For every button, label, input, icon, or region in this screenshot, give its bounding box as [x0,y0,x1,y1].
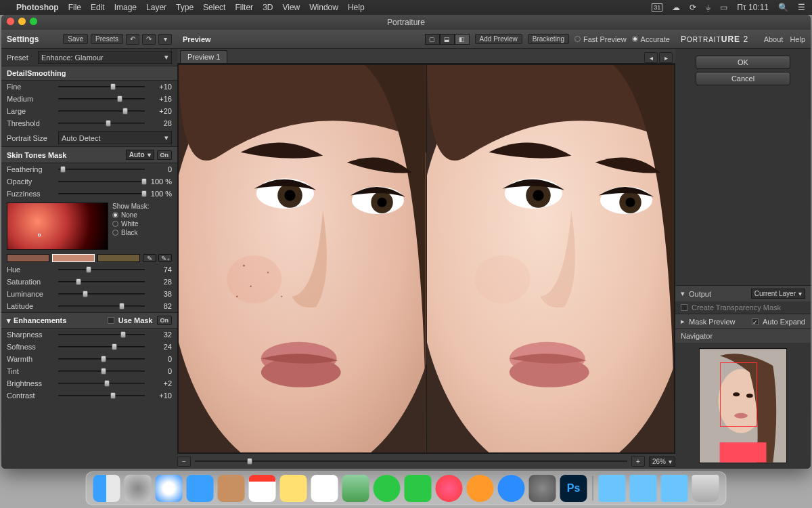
swatch-3[interactable] [97,254,140,262]
softness-slider[interactable] [58,343,145,351]
expand-mask-icon[interactable]: ▸ [681,317,685,326]
zoom-dropdown[interactable]: 26%▾ [649,457,675,467]
menu-app[interactable]: Photoshop [16,3,59,12]
transparency-checkbox[interactable] [681,304,687,311]
menu-filter[interactable]: Filter [235,3,253,12]
window-close-button[interactable] [7,18,14,25]
use-mask-checkbox[interactable] [108,317,114,324]
spotlight-icon[interactable]: 🔍 [778,3,788,12]
dock-preferences[interactable] [529,475,556,502]
view-single-icon[interactable]: ▢ [425,34,440,45]
collapse-output-icon[interactable]: ▾ [681,289,685,298]
auto-expand-checkbox[interactable] [752,318,759,325]
dock-safari[interactable] [156,475,183,502]
window-zoom-button[interactable] [30,18,37,25]
window-minimize-button[interactable] [18,18,26,25]
dock-finder[interactable] [93,475,120,502]
dock-notes[interactable] [280,475,307,502]
skintones-mode-dropdown[interactable]: Auto▾ [126,150,154,160]
swatch-1[interactable] [7,254,49,262]
dock-messages[interactable] [374,475,401,502]
undo-icon[interactable]: ↶ [126,34,139,45]
medium-slider[interactable] [58,95,145,103]
mask-white-radio[interactable]: White [112,220,149,228]
mask-none-radio[interactable]: None [112,211,149,219]
battery-icon[interactable]: ▭ [720,3,727,12]
dock-ibooks[interactable] [467,475,494,502]
dock-mail[interactable] [187,475,214,502]
fine-slider[interactable] [58,83,145,91]
mask-black-radio[interactable]: Black [112,229,149,236]
dock-reminders[interactable] [311,475,338,502]
dock-itunes[interactable] [436,475,463,502]
clock[interactable]: Πτ 10:11 [737,3,769,12]
dock-launchpad[interactable] [125,475,152,502]
menu-type[interactable]: Type [176,3,194,12]
window-titlebar[interactable]: Portraiture [1,15,811,30]
output-layer-dropdown[interactable]: Current Layer▾ [751,289,805,299]
zoom-out-button[interactable]: − [177,456,191,467]
tab-next-icon[interactable]: ▸ [659,52,673,63]
fast-preview-radio[interactable]: Fast Preview [574,35,627,43]
cloud-icon[interactable]: ☁ [672,3,680,12]
menu-3d[interactable]: 3D [263,3,273,12]
ok-button[interactable]: OK [696,56,790,69]
contrast-slider[interactable] [58,391,145,400]
add-preview-button[interactable]: Add Preview [475,34,522,44]
menu-image[interactable]: Image [114,3,137,12]
dock-calendar[interactable] [249,475,276,502]
latitude-slider[interactable] [58,302,145,310]
luminance-slider[interactable] [58,290,145,298]
preview-after[interactable] [427,65,675,452]
menu-file[interactable]: File [68,3,81,12]
skintones-on-toggle[interactable]: On [157,150,173,160]
dock-maps[interactable] [342,475,369,502]
cancel-button[interactable]: Cancel [696,72,790,85]
preset-dropdown[interactable]: Enhance: Glamour▾ [38,51,172,64]
eyedropper-icon[interactable]: ✎ [143,254,156,262]
save-button[interactable]: Save [63,34,88,44]
preview-tab-1[interactable]: Preview 1 [180,50,227,63]
view-split-h-icon[interactable]: ⬓ [440,34,455,45]
sharpness-slider[interactable] [58,331,145,339]
menu-layer[interactable]: Layer [146,3,166,12]
swatch-2[interactable] [52,254,95,262]
presets-button[interactable]: Presets [91,34,123,44]
menu-edit[interactable]: Edit [91,3,105,12]
dock-trash[interactable] [692,475,719,502]
help-link[interactable]: Help [790,35,805,43]
about-link[interactable]: About [764,35,784,43]
menu-help[interactable]: Help [348,3,365,12]
enhancements-on-toggle[interactable]: On [157,316,173,325]
dock-folder-1[interactable] [599,475,626,502]
skintone-color-picker[interactable] [7,203,108,250]
dock-facetime[interactable] [405,475,432,502]
accurate-radio[interactable]: Accurate [632,35,670,43]
brightness-slider[interactable] [58,379,145,387]
menu-view[interactable]: View [282,3,300,12]
menu-select[interactable]: Select [203,3,225,12]
menu-window[interactable]: Window [309,3,338,12]
redo-icon[interactable]: ↷ [142,34,156,45]
large-slider[interactable] [58,107,145,115]
fuzziness-slider[interactable] [58,190,145,198]
collapse-icon[interactable]: ▾ [7,316,11,325]
zoom-in-button[interactable]: + [631,456,645,467]
tint-slider[interactable] [58,367,145,375]
feathering-slider[interactable] [58,165,145,173]
saturation-slider[interactable] [58,278,145,286]
dock-contacts[interactable] [218,475,245,502]
dock-folder-3[interactable] [661,475,688,502]
eyedropper-add-icon[interactable]: ✎₊ [158,254,172,262]
threshold-slider[interactable] [58,119,145,127]
preview-before[interactable] [179,65,426,452]
portrait-size-dropdown[interactable]: Auto Detect▾ [58,131,172,144]
sync-icon[interactable]: ⟳ [690,3,696,12]
warmth-slider[interactable] [58,355,145,363]
notifications-icon[interactable]: ☰ [798,3,805,12]
opacity-slider[interactable] [58,177,145,186]
calendar-icon[interactable]: 31 [652,3,662,12]
view-split-v-icon[interactable]: ◧ [455,34,470,45]
tab-prev-icon[interactable]: ◂ [644,52,658,63]
dock-appstore[interactable] [498,475,525,502]
